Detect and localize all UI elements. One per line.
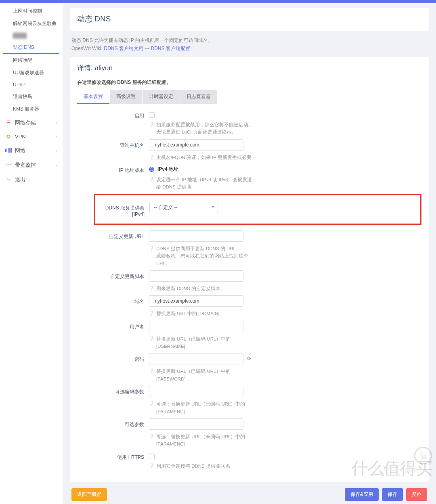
sidebar-item-upnp[interactable]: UPnP xyxy=(0,79,63,90)
sidebar-group-label: 退出 xyxy=(15,176,25,183)
hint-https: 启用安全连接与 DDNS 提供商联系 xyxy=(156,462,230,470)
hint-paramopt: 可选：替换更新 URL（未编码 URL）中的 [PARAMENC] xyxy=(156,433,254,448)
label-lookup: 查询主机名 xyxy=(77,139,149,149)
sidebar-item-uu[interactable]: UU游戏加速器 xyxy=(0,67,63,79)
network-icon: �⴮ xyxy=(6,148,11,153)
globe-icon: ✪ xyxy=(6,134,11,140)
ipv4-label: IPv4 地址 xyxy=(157,166,178,173)
info-icon: ❔ xyxy=(149,400,155,415)
sidebar-group-logout[interactable]: ↪退出 xyxy=(0,172,63,187)
hint-custom-script: 用来更新 DDNS 的自定义脚本。 xyxy=(156,285,225,292)
sidebar-group-label: 网络 xyxy=(15,147,25,154)
info-icon: ❔ xyxy=(149,368,155,383)
desc-text: 动态 DNS 允许为拥有动态 IP 的主机配置一个固定的可访问域名。 xyxy=(71,38,213,43)
label-custom-url: 自定义更新 URL xyxy=(77,230,149,240)
sidebar-group-storage[interactable]: ☰网络存储 › xyxy=(0,115,63,130)
sidebar: 上网时间控制 解锁网易云灰色歌曲 ████ 动态 DNS 网络唤醒 UU游戏加速… xyxy=(0,3,63,504)
password-input[interactable] xyxy=(149,353,243,364)
tab-basic[interactable]: 基本设置 xyxy=(77,90,110,104)
label-paramenc: 可选编码参数 xyxy=(77,386,149,395)
info-icon: ❔ xyxy=(149,285,155,292)
storage-icon: ☰ xyxy=(6,120,11,125)
ipv4-radio[interactable] xyxy=(149,167,154,172)
link-ddns-config[interactable]: DDNS 客户端配置 xyxy=(151,46,190,51)
sidebar-item-netease[interactable]: 解锁网易云灰色歌曲 xyxy=(0,17,63,30)
label-domain: 域名 xyxy=(77,295,149,305)
sidebar-item-ddns[interactable]: 动态 DNS xyxy=(3,41,59,54)
info-icon: ❔ xyxy=(149,154,155,161)
reset-button[interactable]: 复位 xyxy=(406,488,427,501)
page-description: 动态 DNS 允许为拥有动态 IP 的主机配置一个固定的可访问域名。 OpenW… xyxy=(71,36,427,53)
sidebar-group-label: VPN xyxy=(15,134,26,140)
back-button[interactable]: 返回至概况 xyxy=(71,488,107,501)
sidebar-item-blurred[interactable]: ████ xyxy=(0,30,63,41)
https-checkbox[interactable] xyxy=(149,454,155,459)
header-card: 动态 DNS xyxy=(70,8,429,31)
custom-script-input[interactable] xyxy=(149,270,243,282)
label-password: 密码 xyxy=(77,353,149,363)
hint-password: 替换更新 URL（已编码 URL）中的 [PASSWORD] xyxy=(156,368,254,383)
provider-highlight-box: DDNS 服务提供商 [IPv4] -- 自定义 -- xyxy=(94,194,421,225)
info-icon: ❔ xyxy=(149,433,155,448)
sidebar-group-label: 带宽监控 xyxy=(15,161,36,169)
link-sep: --- xyxy=(143,46,151,51)
chevron-right-icon: › xyxy=(56,148,57,153)
sidebar-item-xunlei[interactable]: 迅雷快鸟 xyxy=(0,90,63,103)
label-custom-script: 自定义更新脚本 xyxy=(77,270,149,280)
save-apply-button[interactable]: 保存&应用 xyxy=(345,488,379,501)
enable-checkbox[interactable] xyxy=(149,112,155,118)
provider-select[interactable]: -- 自定义 -- xyxy=(149,202,218,213)
hint-paramenc: 可选：替换更新 URL（已编码 URL）中的 [PARAMENC] xyxy=(156,400,254,415)
save-button[interactable]: 保存 xyxy=(382,488,403,501)
info-icon: ❔ xyxy=(149,335,155,350)
lookup-input[interactable] xyxy=(149,139,243,151)
paramenc-input[interactable] xyxy=(149,386,243,397)
wiki-prefix: OpenWrt Wiki: xyxy=(71,46,104,51)
monitor-icon: 〰 xyxy=(6,162,11,168)
label-ipver: IP 地址版本 xyxy=(77,164,149,174)
tab-log[interactable]: 日志查看器 xyxy=(180,90,218,104)
link-ddns-doc[interactable]: DDNS 客户端文档 xyxy=(104,46,143,51)
sidebar-group-network[interactable]: �⴮网络 › xyxy=(0,143,63,158)
label-username: 用户名 xyxy=(77,321,149,330)
sidebar-group-vpn[interactable]: ✪VPN › xyxy=(0,130,63,143)
sidebar-group-bandwidth[interactable]: 〰带宽监控 › xyxy=(0,158,63,172)
logout-icon: ↪ xyxy=(6,177,11,182)
footer-bar: 返回至概况 保存&应用 保存 复位 xyxy=(71,488,427,501)
refresh-icon[interactable]: ⟳ xyxy=(247,356,252,362)
detail-card: 详情: aliyun 在这里修改选择的 DDNS 服务的详细配置。 基本设置 高… xyxy=(70,57,429,482)
hint-lookup: 主机名/FQDN 验证，如果 IP 更新发生或必要 xyxy=(156,154,252,161)
info-icon: ❔ xyxy=(149,121,155,136)
info-icon: ❔ xyxy=(149,245,155,267)
info-icon: ❔ xyxy=(149,310,155,317)
username-input[interactable] xyxy=(149,321,243,332)
label-enable: 启用 xyxy=(77,110,149,119)
tab-timer[interactable]: 计时器设定 xyxy=(143,90,180,104)
hint-custom-url: DDNS 提供商用于更新 DDNS 的 URL。 跟随教程，您可以在它们的网站上… xyxy=(156,245,254,267)
detail-subdesc: 在这里修改选择的 DDNS 服务的详细配置。 xyxy=(77,79,421,86)
hint-username: 替换更新 URL（已编码 URL）中的 [USERNAME] xyxy=(156,335,254,350)
paramopt-input[interactable] xyxy=(149,418,243,430)
top-accent-bar xyxy=(0,0,436,3)
domain-input[interactable] xyxy=(149,295,243,307)
label-provider: DDNS 服务提供商 [IPv4] xyxy=(95,202,149,217)
detail-title: 详情: aliyun xyxy=(77,63,421,73)
main-content: 动态 DNS 动态 DNS 允许为拥有动态 IP 的主机配置一个固定的可访问域名… xyxy=(63,3,436,504)
hint-domain: 替换更新 URL 中的 [DOMAIN] xyxy=(156,310,220,317)
sidebar-item-time-control[interactable]: 上网时间控制 xyxy=(0,5,63,17)
page-title: 动态 DNS xyxy=(77,14,421,24)
hint-enable: 如果服务配置被禁用，那么它将不能被启动。 无论是通过 LuCI 页面还是通过终端… xyxy=(156,121,253,136)
tab-advanced[interactable]: 高级设置 xyxy=(110,90,143,104)
info-icon: ❔ xyxy=(149,462,155,470)
chevron-right-icon: › xyxy=(56,121,57,125)
info-icon: ❔ xyxy=(149,176,155,191)
sidebar-item-wol[interactable]: 网络唤醒 xyxy=(0,54,63,67)
label-https: 使用 HTTPS xyxy=(77,451,149,461)
custom-url-input[interactable] xyxy=(149,230,243,242)
hint-ipver: 设定哪一个 IP 地址（IPv4 或 IPv6）会被发送给 DDNS 提供商 xyxy=(156,176,254,191)
tabs: 基本设置 高级设置 计时器设定 日志查看器 xyxy=(77,90,421,104)
sidebar-item-kms[interactable]: KMS 服务器 xyxy=(0,103,63,115)
chevron-right-icon: › xyxy=(56,134,57,139)
label-paramopt: 可选参数 xyxy=(77,418,149,428)
chevron-right-icon: › xyxy=(56,163,57,167)
